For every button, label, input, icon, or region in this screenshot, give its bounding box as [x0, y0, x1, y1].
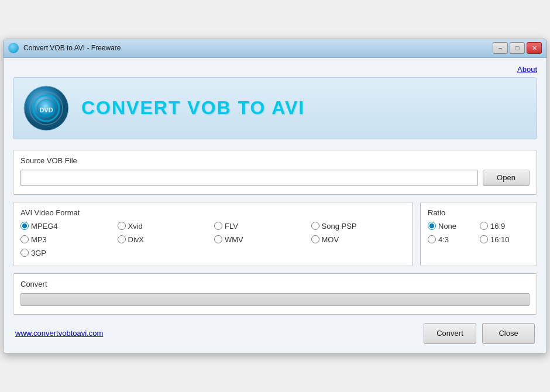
maximize-button[interactable]: □: [510, 42, 525, 54]
close-button[interactable]: Close: [482, 323, 535, 344]
website-link[interactable]: www.convertvobtoavi.com: [15, 329, 103, 338]
convert-section: Convert: [13, 273, 537, 315]
title-bar-title: Convert VOB to AVI - Freeware: [23, 44, 493, 52]
header-area: DVD CONVERT VOB TO AVI: [13, 77, 537, 139]
ratio-label: Ratio: [428, 208, 530, 217]
convert-button[interactable]: Convert: [424, 323, 476, 344]
avi-format-label: AVI Video Format: [20, 208, 405, 217]
format-wmv[interactable]: WMV: [214, 235, 309, 244]
minimize-button[interactable]: −: [493, 42, 508, 54]
ratio-16x9[interactable]: 16:9: [480, 222, 530, 231]
ratio-none[interactable]: None: [428, 222, 477, 231]
svg-text:DVD: DVD: [39, 106, 53, 114]
format-mp3[interactable]: MP3: [20, 235, 115, 244]
progress-bar-container: [20, 293, 530, 306]
ratio-radio-grid: None 16:9 4:3 16:10: [428, 222, 530, 244]
source-vob-section: Source VOB File Open: [13, 150, 537, 195]
format-radio-grid: MPEG4 Xvid FLV Song PSP: [20, 222, 405, 257]
window-body: About DVD: [4, 58, 546, 353]
format-mpeg4[interactable]: MPEG4: [20, 222, 115, 231]
ratio-4x3[interactable]: 4:3: [428, 235, 477, 244]
format-songpsp[interactable]: Song PSP: [311, 222, 406, 231]
format-flv[interactable]: FLV: [214, 222, 309, 231]
title-bar-buttons: − □ ✕: [493, 42, 542, 54]
avi-format-section: AVI Video Format MPEG4 Xvid FLV: [13, 202, 413, 266]
source-vob-label: Source VOB File: [20, 156, 530, 165]
ratio-16x10[interactable]: 16:10: [480, 235, 530, 244]
format-mov[interactable]: MOV: [311, 235, 406, 244]
ratio-section: Ratio None 16:9 4:3: [420, 202, 537, 266]
convert-section-label: Convert: [20, 280, 530, 288]
bottom-buttons: Convert Close: [424, 323, 535, 344]
title-bar: Convert VOB to AVI - Freeware − □ ✕: [4, 39, 546, 58]
dvd-logo: DVD: [23, 85, 70, 132]
app-title: CONVERT VOB TO AVI: [81, 97, 305, 119]
format-ratio-row: AVI Video Format MPEG4 Xvid FLV: [13, 202, 537, 266]
title-bar-icon: [8, 43, 19, 53]
close-window-button[interactable]: ✕: [527, 42, 542, 54]
format-3gp[interactable]: 3GP: [20, 249, 115, 257]
bottom-row: www.convertvobtoavi.com Convert Close: [13, 323, 537, 344]
open-button[interactable]: Open: [483, 170, 530, 186]
format-divx[interactable]: DivX: [118, 235, 212, 244]
about-row: About: [13, 65, 537, 77]
file-row: Open: [20, 170, 530, 186]
about-link[interactable]: About: [517, 65, 537, 74]
source-vob-input[interactable]: [20, 170, 478, 186]
format-xvid[interactable]: Xvid: [118, 222, 212, 231]
main-window: Convert VOB to AVI - Freeware − □ ✕ Abou…: [3, 39, 547, 354]
